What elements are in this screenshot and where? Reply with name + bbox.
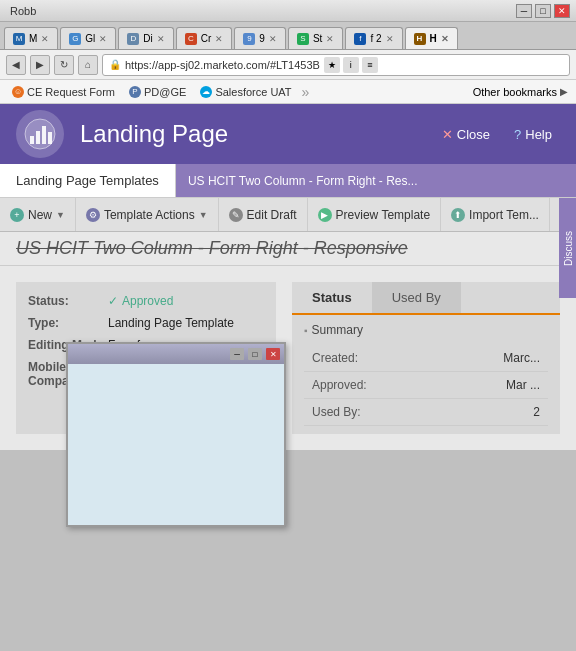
tab-status[interactable]: Status xyxy=(292,282,372,315)
edit-draft-label: Edit Draft xyxy=(247,208,297,222)
preview-maximize-btn[interactable]: □ xyxy=(248,348,262,360)
browser-tab-2[interactable]: G Gl ✕ xyxy=(60,27,116,49)
tab-close-4[interactable]: ✕ xyxy=(215,34,223,44)
approved-text: Approved xyxy=(122,294,173,308)
right-panel: Status Used By ▪ Summary Created: Marc..… xyxy=(292,282,560,434)
preview-max-icon: □ xyxy=(253,350,258,359)
browser-tab-7[interactable]: f f 2 ✕ xyxy=(345,27,402,49)
status-label: Status: xyxy=(28,294,108,308)
template-actions-button[interactable]: ⚙ Template Actions ▼ xyxy=(76,198,219,231)
edit-draft-icon: ✎ xyxy=(229,208,243,222)
used-by-tab-label: Used By xyxy=(392,290,441,305)
forward-btn[interactable]: ▶ xyxy=(30,55,50,75)
home-btn[interactable]: ⌂ xyxy=(78,55,98,75)
bookmark-icon-pd: P xyxy=(129,86,141,98)
tab-close-6[interactable]: ✕ xyxy=(326,34,334,44)
tab-favicon-4: C xyxy=(185,33,197,45)
url-bar[interactable]: 🔒 https://app-sj02.marketo.com/#LT1453B … xyxy=(102,54,570,76)
tab-close-5[interactable]: ✕ xyxy=(269,34,277,44)
preview-template-button[interactable]: ▶ Preview Template xyxy=(308,198,442,231)
tab-close-8[interactable]: ✕ xyxy=(441,34,449,44)
app-logo xyxy=(16,110,64,158)
tab-close-1[interactable]: ✕ xyxy=(41,34,49,44)
tab-secondary[interactable]: US HCIT Two Column - Form Right - Res... xyxy=(176,164,576,197)
tab-favicon-2: G xyxy=(69,33,81,45)
svg-rect-3 xyxy=(42,126,46,144)
lock-icon: 🔒 xyxy=(109,59,121,70)
bookmark-pd-ge[interactable]: P PD@GE xyxy=(125,84,190,100)
maximize-btn[interactable]: □ xyxy=(535,4,551,18)
template-actions-icon: ⚙ xyxy=(86,208,100,222)
tab-favicon-6: S xyxy=(297,33,309,45)
close-btn[interactable]: ✕ xyxy=(554,4,570,18)
content-area: Status: ✓ Approved Type: Landing Page Te… xyxy=(0,266,576,450)
summary-header[interactable]: ▪ Summary xyxy=(304,323,548,337)
preview-window-titlebar: ─ □ ✕ xyxy=(68,344,284,364)
bookmark-icon-ce: ☺ xyxy=(12,86,24,98)
bookmark-star-icon[interactable]: ★ xyxy=(324,57,340,73)
back-btn[interactable]: ◀ xyxy=(6,55,26,75)
other-bookmarks-arrow: ▶ xyxy=(560,86,568,97)
tab-close-7[interactable]: ✕ xyxy=(386,34,394,44)
close-app-icon: ✕ xyxy=(442,127,453,142)
bookmark-icon-sf: ☁ xyxy=(200,86,212,98)
discuss-tab[interactable]: Discuss xyxy=(559,198,576,298)
bookmark-salesforce[interactable]: ☁ Salesforce UAT xyxy=(196,84,295,100)
used-by-value: 2 xyxy=(533,405,540,419)
approved-label: Approved: xyxy=(312,378,367,392)
header-actions: ✕ Close ? Help xyxy=(434,123,560,146)
tab-close-2[interactable]: ✕ xyxy=(99,34,107,44)
bookmarks-bar: ☺ CE Request Form P PD@GE ☁ Salesforce U… xyxy=(0,80,576,104)
url-extra-icon-1[interactable]: i xyxy=(343,57,359,73)
browser-tab-3[interactable]: D Di ✕ xyxy=(118,27,173,49)
help-btn[interactable]: ? Help xyxy=(506,123,560,146)
preview-minimize-btn[interactable]: ─ xyxy=(230,348,244,360)
created-value: Marc... xyxy=(503,351,540,365)
browser-tab-4[interactable]: C Cr ✕ xyxy=(176,27,233,49)
browser-tab-8[interactable]: H H ✕ xyxy=(405,27,458,49)
browser-tab-5[interactable]: 9 9 ✕ xyxy=(234,27,286,49)
browser-title: Robb xyxy=(10,5,36,17)
app-logo-icon xyxy=(24,118,56,150)
preview-window-body xyxy=(68,364,284,525)
other-bookmarks-folder[interactable]: Other bookmarks ▶ xyxy=(473,86,568,98)
used-by-label: Used By: xyxy=(312,405,361,419)
url-text: https://app-sj02.marketo.com/#LT1453B xyxy=(125,59,320,71)
summary-row-used-by: Used By: 2 xyxy=(304,399,548,426)
preview-window: ─ □ ✕ xyxy=(66,342,286,527)
tab-close-3[interactable]: ✕ xyxy=(157,34,165,44)
help-label: Help xyxy=(525,127,552,142)
new-label: New xyxy=(28,208,52,222)
close-app-label: Close xyxy=(457,127,490,142)
type-value: Landing Page Template xyxy=(108,316,234,330)
window-controls: ─ □ ✕ xyxy=(516,4,570,18)
summary-row-approved: Approved: Mar ... xyxy=(304,372,548,399)
browser-titlebar: Robb ─ □ ✕ xyxy=(0,0,576,22)
browser-tab-6[interactable]: S St ✕ xyxy=(288,27,343,49)
svg-rect-2 xyxy=(36,131,40,144)
preview-icon: ▶ xyxy=(318,208,332,222)
help-icon: ? xyxy=(514,127,521,142)
url-extra-icon-2[interactable]: ≡ xyxy=(362,57,378,73)
close-app-btn[interactable]: ✕ Close xyxy=(434,123,498,146)
summary-section: ▪ Summary Created: Marc... Approved: Mar… xyxy=(292,315,560,434)
import-template-button[interactable]: ⬆ Import Tem... xyxy=(441,198,550,231)
edit-draft-button[interactable]: ✎ Edit Draft xyxy=(219,198,308,231)
mobile-label: Mobile xyxy=(28,360,66,374)
bookmarks-separator: » xyxy=(302,84,310,100)
minimize-btn[interactable]: ─ xyxy=(516,4,532,18)
browser-tab-1[interactable]: M M ✕ xyxy=(4,27,58,49)
new-button[interactable]: + New ▼ xyxy=(0,198,76,231)
reload-btn[interactable]: ↻ xyxy=(54,55,74,75)
tab-used-by[interactable]: Used By xyxy=(372,282,461,313)
bookmark-label-ce: CE Request Form xyxy=(27,86,115,98)
tab-landing-page-templates[interactable]: Landing Page Templates xyxy=(0,164,176,197)
import-label: Import Tem... xyxy=(469,208,539,222)
template-actions-arrow-icon: ▼ xyxy=(199,210,208,220)
approved-value: Mar ... xyxy=(506,378,540,392)
status-tab-label: Status xyxy=(312,290,352,305)
type-row: Type: Landing Page Template xyxy=(28,316,264,330)
bookmark-ce-request[interactable]: ☺ CE Request Form xyxy=(8,84,119,100)
preview-close-btn[interactable]: ✕ xyxy=(266,348,280,360)
preview-close-icon: ✕ xyxy=(270,350,277,359)
